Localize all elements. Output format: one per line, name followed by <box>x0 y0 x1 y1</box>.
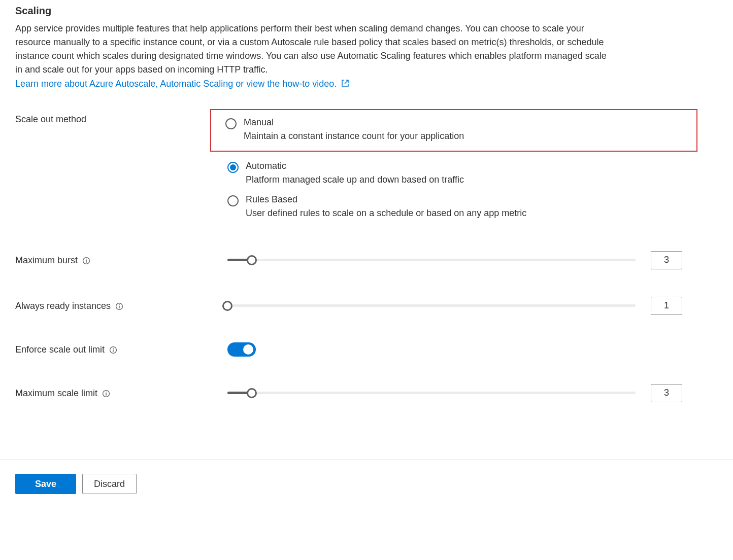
radio-manual-title: Manual <box>244 117 464 128</box>
always-ready-slider[interactable] <box>227 301 636 311</box>
info-icon[interactable] <box>82 256 91 265</box>
radio-circle-rules <box>227 195 239 206</box>
svg-rect-7 <box>113 349 113 352</box>
scale-out-method-radio-group: Manual Maintain a constant instance coun… <box>213 113 718 226</box>
info-icon[interactable] <box>115 302 124 311</box>
scale-out-method-label: Scale out method <box>15 114 86 125</box>
always-ready-input[interactable] <box>651 297 682 315</box>
max-scale-limit-input[interactable] <box>651 384 682 402</box>
radio-option-rules[interactable]: Rules Based User defined rules to scale … <box>213 192 718 221</box>
maximum-burst-input[interactable] <box>651 251 682 269</box>
discard-button[interactable]: Discard <box>82 474 137 494</box>
max-scale-limit-label: Maximum scale limit <box>15 388 97 399</box>
info-icon[interactable] <box>102 389 111 398</box>
always-ready-label: Always ready instances <box>15 301 111 311</box>
enforce-limit-toggle[interactable] <box>227 342 256 357</box>
page-description: App service provides multiple features t… <box>15 22 609 77</box>
enforce-limit-label: Enforce scale out limit <box>15 344 105 355</box>
svg-rect-5 <box>119 304 119 305</box>
svg-rect-10 <box>106 393 106 396</box>
radio-circle-manual <box>225 118 237 129</box>
maximum-burst-label: Maximum burst <box>15 255 78 266</box>
radio-option-automatic[interactable]: Automatic Platform managed scale up and … <box>213 159 718 187</box>
save-button[interactable]: Save <box>15 474 76 494</box>
radio-rules-title: Rules Based <box>246 194 526 205</box>
svg-rect-2 <box>86 259 86 260</box>
learn-more-link-text: Learn more about Azure Autoscale, Automa… <box>15 79 337 89</box>
external-link-icon <box>341 79 349 90</box>
learn-more-link[interactable]: Learn more about Azure Autoscale, Automa… <box>15 79 349 89</box>
radio-automatic-desc: Platform managed scale up and down based… <box>246 174 464 185</box>
radio-manual-desc: Maintain a constant instance count for y… <box>244 131 464 142</box>
max-scale-limit-slider[interactable] <box>227 388 636 398</box>
maximum-burst-slider[interactable] <box>227 255 636 265</box>
svg-rect-11 <box>106 392 106 393</box>
manual-option-highlight: Manual Maintain a constant instance coun… <box>210 109 697 152</box>
svg-rect-8 <box>113 348 113 349</box>
page-heading: Scaling <box>15 0 718 22</box>
radio-rules-desc: User defined rules to scale on a schedul… <box>246 208 526 219</box>
info-icon[interactable] <box>109 345 118 355</box>
radio-automatic-title: Automatic <box>246 161 464 171</box>
svg-rect-1 <box>86 260 86 263</box>
svg-rect-4 <box>119 306 119 308</box>
radio-option-manual[interactable]: Manual Maintain a constant instance coun… <box>211 115 696 144</box>
footer-bar: Save Discard <box>0 459 733 494</box>
radio-circle-automatic <box>227 162 239 173</box>
